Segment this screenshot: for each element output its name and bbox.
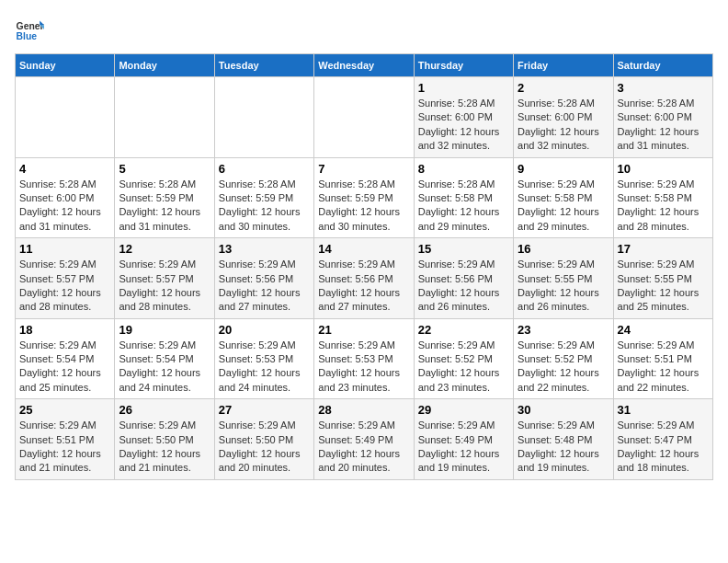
- day-info: Sunrise: 5:29 AM Sunset: 5:58 PM Dayligh…: [518, 178, 609, 235]
- calendar-cell: 8Sunrise: 5:28 AM Sunset: 5:58 PM Daylig…: [414, 157, 513, 238]
- day-info: Sunrise: 5:29 AM Sunset: 5:58 PM Dayligh…: [618, 178, 709, 235]
- day-number: 10: [618, 162, 709, 176]
- calendar-cell: 4Sunrise: 5:28 AM Sunset: 6:00 PM Daylig…: [16, 157, 115, 238]
- day-number: 28: [318, 403, 409, 417]
- day-number: 26: [119, 403, 210, 417]
- day-info: Sunrise: 5:29 AM Sunset: 5:56 PM Dayligh…: [219, 258, 310, 315]
- calendar-cell: 3Sunrise: 5:28 AM Sunset: 6:00 PM Daylig…: [613, 77, 712, 158]
- day-info: Sunrise: 5:28 AM Sunset: 6:00 PM Dayligh…: [618, 97, 709, 154]
- day-info: Sunrise: 5:29 AM Sunset: 5:49 PM Dayligh…: [318, 419, 409, 476]
- calendar-cell: 15Sunrise: 5:29 AM Sunset: 5:56 PM Dayli…: [414, 238, 513, 319]
- calendar-cell: 19Sunrise: 5:29 AM Sunset: 5:54 PM Dayli…: [115, 318, 214, 399]
- day-info: Sunrise: 5:29 AM Sunset: 5:54 PM Dayligh…: [119, 339, 210, 396]
- day-number: 2: [518, 81, 609, 95]
- calendar-week-5: 25Sunrise: 5:29 AM Sunset: 5:51 PM Dayli…: [16, 399, 713, 480]
- day-number: 23: [518, 323, 609, 337]
- calendar-table: SundayMondayTuesdayWednesdayThursdayFrid…: [15, 53, 713, 480]
- day-number: 29: [418, 403, 509, 417]
- calendar-cell: 10Sunrise: 5:29 AM Sunset: 5:58 PM Dayli…: [613, 157, 712, 238]
- calendar-cell: 21Sunrise: 5:29 AM Sunset: 5:53 PM Dayli…: [314, 318, 414, 399]
- calendar-cell: [16, 77, 115, 158]
- calendar-cell: 5Sunrise: 5:28 AM Sunset: 5:59 PM Daylig…: [115, 157, 214, 238]
- header-day-thursday: Thursday: [414, 54, 513, 77]
- header-day-sunday: Sunday: [16, 54, 115, 77]
- day-number: 14: [318, 242, 409, 256]
- day-number: 31: [618, 403, 709, 417]
- page-header: General Blue: [15, 15, 713, 44]
- day-number: 5: [119, 162, 210, 176]
- day-number: 12: [119, 242, 210, 256]
- day-number: 1: [418, 81, 509, 95]
- calendar-cell: 25Sunrise: 5:29 AM Sunset: 5:51 PM Dayli…: [16, 399, 115, 480]
- calendar-cell: 9Sunrise: 5:29 AM Sunset: 5:58 PM Daylig…: [514, 157, 613, 238]
- day-info: Sunrise: 5:29 AM Sunset: 5:49 PM Dayligh…: [418, 419, 509, 476]
- day-number: 24: [618, 323, 709, 337]
- day-number: 9: [518, 162, 609, 176]
- calendar-week-2: 4Sunrise: 5:28 AM Sunset: 6:00 PM Daylig…: [16, 157, 713, 238]
- day-info: Sunrise: 5:28 AM Sunset: 5:58 PM Dayligh…: [418, 178, 509, 235]
- header-day-monday: Monday: [115, 54, 214, 77]
- day-info: Sunrise: 5:28 AM Sunset: 6:00 PM Dayligh…: [418, 97, 509, 154]
- day-info: Sunrise: 5:29 AM Sunset: 5:56 PM Dayligh…: [318, 258, 409, 315]
- calendar-cell: 24Sunrise: 5:29 AM Sunset: 5:51 PM Dayli…: [613, 318, 712, 399]
- calendar-cell: 14Sunrise: 5:29 AM Sunset: 5:56 PM Dayli…: [314, 238, 414, 319]
- day-info: Sunrise: 5:29 AM Sunset: 5:47 PM Dayligh…: [618, 419, 709, 476]
- day-number: 22: [418, 323, 509, 337]
- day-number: 15: [418, 242, 509, 256]
- calendar-cell: 1Sunrise: 5:28 AM Sunset: 6:00 PM Daylig…: [414, 77, 513, 158]
- day-number: 16: [518, 242, 609, 256]
- day-number: 21: [318, 323, 409, 337]
- calendar-cell: 30Sunrise: 5:29 AM Sunset: 5:48 PM Dayli…: [514, 399, 613, 480]
- calendar-cell: 22Sunrise: 5:29 AM Sunset: 5:52 PM Dayli…: [414, 318, 513, 399]
- day-number: 8: [418, 162, 509, 176]
- day-number: 3: [618, 81, 709, 95]
- calendar-cell: 20Sunrise: 5:29 AM Sunset: 5:53 PM Dayli…: [214, 318, 313, 399]
- svg-text:Blue: Blue: [17, 31, 38, 41]
- header-day-friday: Friday: [514, 54, 613, 77]
- header-day-tuesday: Tuesday: [214, 54, 313, 77]
- header-row: SundayMondayTuesdayWednesdayThursdayFrid…: [16, 54, 713, 77]
- day-info: Sunrise: 5:29 AM Sunset: 5:48 PM Dayligh…: [518, 419, 609, 476]
- calendar-cell: 7Sunrise: 5:28 AM Sunset: 5:59 PM Daylig…: [314, 157, 414, 238]
- calendar-cell: 17Sunrise: 5:29 AM Sunset: 5:55 PM Dayli…: [613, 238, 712, 319]
- calendar-cell: [115, 77, 214, 158]
- day-number: 11: [19, 242, 110, 256]
- calendar-body: 1Sunrise: 5:28 AM Sunset: 6:00 PM Daylig…: [16, 77, 713, 480]
- day-info: Sunrise: 5:29 AM Sunset: 5:54 PM Dayligh…: [19, 339, 110, 396]
- calendar-cell: 2Sunrise: 5:28 AM Sunset: 6:00 PM Daylig…: [514, 77, 613, 158]
- day-info: Sunrise: 5:29 AM Sunset: 5:57 PM Dayligh…: [19, 258, 110, 315]
- logo-icon: General Blue: [15, 15, 44, 44]
- calendar-cell: 6Sunrise: 5:28 AM Sunset: 5:59 PM Daylig…: [214, 157, 313, 238]
- calendar-cell: 31Sunrise: 5:29 AM Sunset: 5:47 PM Dayli…: [613, 399, 712, 480]
- day-info: Sunrise: 5:28 AM Sunset: 5:59 PM Dayligh…: [219, 178, 310, 235]
- day-info: Sunrise: 5:29 AM Sunset: 5:50 PM Dayligh…: [119, 419, 210, 476]
- day-info: Sunrise: 5:29 AM Sunset: 5:50 PM Dayligh…: [219, 419, 310, 476]
- calendar-week-1: 1Sunrise: 5:28 AM Sunset: 6:00 PM Daylig…: [16, 77, 713, 158]
- day-info: Sunrise: 5:29 AM Sunset: 5:55 PM Dayligh…: [518, 258, 609, 315]
- day-number: 20: [219, 323, 310, 337]
- day-info: Sunrise: 5:29 AM Sunset: 5:56 PM Dayligh…: [418, 258, 509, 315]
- calendar-cell: 11Sunrise: 5:29 AM Sunset: 5:57 PM Dayli…: [16, 238, 115, 319]
- day-info: Sunrise: 5:29 AM Sunset: 5:51 PM Dayligh…: [618, 339, 709, 396]
- day-number: 19: [119, 323, 210, 337]
- day-info: Sunrise: 5:28 AM Sunset: 5:59 PM Dayligh…: [119, 178, 210, 235]
- day-number: 6: [219, 162, 310, 176]
- calendar-header: SundayMondayTuesdayWednesdayThursdayFrid…: [16, 54, 713, 77]
- day-info: Sunrise: 5:29 AM Sunset: 5:57 PM Dayligh…: [119, 258, 210, 315]
- header-day-wednesday: Wednesday: [314, 54, 414, 77]
- calendar-cell: 26Sunrise: 5:29 AM Sunset: 5:50 PM Dayli…: [115, 399, 214, 480]
- day-number: 25: [19, 403, 110, 417]
- day-number: 17: [618, 242, 709, 256]
- calendar-cell: 16Sunrise: 5:29 AM Sunset: 5:55 PM Dayli…: [514, 238, 613, 319]
- calendar-cell: 13Sunrise: 5:29 AM Sunset: 5:56 PM Dayli…: [214, 238, 313, 319]
- header-day-saturday: Saturday: [613, 54, 712, 77]
- day-number: 18: [19, 323, 110, 337]
- day-number: 13: [219, 242, 310, 256]
- day-info: Sunrise: 5:28 AM Sunset: 5:59 PM Dayligh…: [318, 178, 409, 235]
- day-info: Sunrise: 5:29 AM Sunset: 5:53 PM Dayligh…: [219, 339, 310, 396]
- day-number: 27: [219, 403, 310, 417]
- calendar-cell: 27Sunrise: 5:29 AM Sunset: 5:50 PM Dayli…: [214, 399, 313, 480]
- day-info: Sunrise: 5:29 AM Sunset: 5:53 PM Dayligh…: [318, 339, 409, 396]
- day-info: Sunrise: 5:28 AM Sunset: 6:00 PM Dayligh…: [518, 97, 609, 154]
- calendar-cell: 23Sunrise: 5:29 AM Sunset: 5:52 PM Dayli…: [514, 318, 613, 399]
